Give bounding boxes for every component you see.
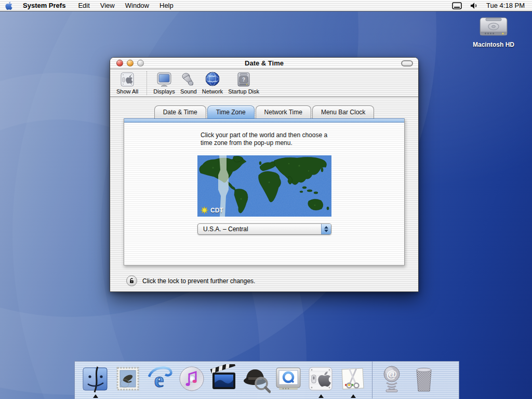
system-preferences-icon	[306, 364, 335, 393]
at-sign-icon: @	[377, 364, 406, 393]
menu-bar-clock[interactable]: Tue 4:18 PM	[482, 2, 532, 9]
dock-item-trash[interactable]	[409, 364, 438, 393]
toolbar-displays-button[interactable]: Displays	[153, 71, 175, 95]
desktop-icon-label: Macintosh HD	[469, 41, 518, 48]
dock-divider	[372, 362, 373, 398]
globe-icon	[204, 71, 221, 88]
window-body: Date & Time Time Zone Network Time Menu …	[110, 97, 418, 292]
finder-icon	[81, 364, 110, 393]
tab-date-time[interactable]: Date & Time	[154, 105, 206, 118]
time-zone-panel: Click your part of the world and then ch…	[124, 118, 405, 265]
speaker-icon	[470, 2, 478, 9]
internet-explorer-icon: e	[145, 364, 174, 393]
menu-app-name[interactable]: System Prefs	[18, 0, 73, 11]
tab-time-zone[interactable]: Time Zone	[207, 105, 255, 118]
dock-item-sherlock[interactable]	[242, 364, 271, 393]
popup-arrows-icon	[321, 224, 331, 234]
dock-item-grab[interactable]	[338, 364, 367, 393]
window-titlebar[interactable]: Date & Time	[110, 58, 418, 69]
menu-bar: System Prefs Edit View Window Help Tue 4…	[0, 0, 532, 11]
window-title: Date & Time	[110, 59, 418, 67]
toolbar-sound-button[interactable]: Sound	[180, 71, 197, 95]
desktop: System Prefs Edit View Window Help Tue 4…	[0, 0, 532, 399]
volume-menu-extra[interactable]	[466, 2, 482, 9]
toolbar-network-button[interactable]: Network	[202, 71, 223, 95]
time-zone-map-label: CDT	[201, 206, 223, 214]
date-time-window: Date & Time Show All	[110, 57, 419, 292]
itunes-icon	[177, 364, 206, 393]
time-zone-popup[interactable]: U.S.A. – Central	[197, 223, 331, 235]
imovie-icon	[209, 364, 238, 393]
toolbar-toggle-button[interactable]	[401, 60, 413, 66]
grab-scissors-icon	[338, 364, 367, 393]
display-icon	[452, 2, 462, 9]
trash-icon	[409, 364, 438, 393]
world-map[interactable]: CDT	[197, 155, 331, 217]
hard-drive-icon	[478, 16, 509, 39]
dock-item-imovie[interactable]	[209, 364, 238, 393]
tab-menu-bar-clock[interactable]: Menu Bar Clock	[312, 105, 374, 118]
lock-row: Click the lock to prevent further change…	[126, 275, 255, 286]
menu-edit[interactable]: Edit	[73, 0, 95, 11]
dock: e	[74, 361, 459, 399]
dock-item-itunes[interactable]	[177, 364, 206, 393]
toolbar-startup-disk-button[interactable]: ? Startup Disk	[228, 71, 259, 95]
toolbar-separator	[147, 71, 147, 95]
dock-item-internet-explorer[interactable]: e	[145, 364, 174, 393]
dock-item-mail[interactable]	[113, 364, 142, 393]
popup-selected-value: U.S.A. – Central	[198, 225, 321, 233]
menu-view[interactable]: View	[95, 0, 120, 11]
display-icon	[156, 71, 172, 88]
desktop-icon-macintosh-hd[interactable]: Macintosh HD	[469, 16, 518, 48]
apple-menu[interactable]	[0, 0, 18, 11]
hard-disk-icon: ?	[235, 71, 252, 88]
dock-item-finder[interactable]	[81, 364, 110, 393]
svg-text:e: e	[154, 368, 164, 392]
mail-stamp-icon	[113, 364, 142, 393]
quicktime-icon	[274, 364, 303, 393]
window-toolbar: Show All Displays Sound	[110, 69, 418, 97]
lock-button[interactable]	[126, 275, 137, 286]
instruction-text: Click your part of the world and then ch…	[201, 131, 327, 147]
panel-top-strip	[124, 119, 404, 123]
tab-network-time[interactable]: Network Time	[256, 105, 311, 118]
lock-caption: Click the lock to prevent further change…	[142, 277, 255, 285]
unlocked-padlock-icon	[128, 277, 135, 284]
speaker-icon	[180, 71, 197, 88]
show-all-icon	[119, 71, 136, 88]
svg-text:?: ?	[242, 77, 245, 83]
sun-icon	[201, 206, 208, 214]
toolbar-show-all-button[interactable]: Show All	[116, 71, 138, 95]
displays-menu-extra[interactable]	[448, 2, 466, 9]
svg-text:@: @	[387, 368, 397, 380]
apple-logo-icon	[5, 1, 13, 10]
dock-item-system-preferences[interactable]	[306, 364, 335, 393]
menu-help[interactable]: Help	[154, 0, 179, 11]
dock-item-mac-com[interactable]: @	[377, 364, 406, 393]
menu-window[interactable]: Window	[120, 0, 154, 11]
dock-item-quicktime[interactable]	[274, 364, 303, 393]
tab-bar: Date & Time Time Zone Network Time Menu …	[110, 105, 418, 118]
sherlock-icon	[242, 364, 271, 393]
